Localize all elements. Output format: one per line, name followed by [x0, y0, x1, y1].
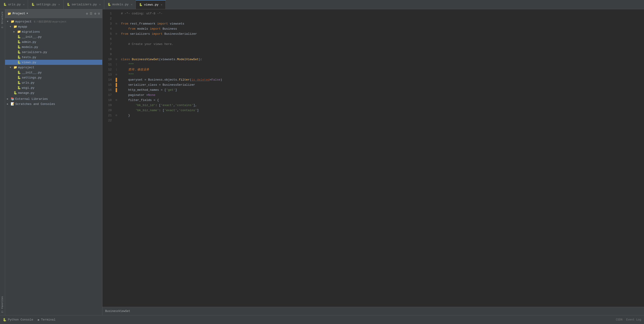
fold-line3[interactable]: ⊟	[114, 21, 119, 26]
tab-close-urls[interactable]: ✕	[23, 3, 25, 6]
bottom-right-area: CSDN Event Log	[616, 318, 641, 322]
tree-item-tests[interactable]: 🐍 tests.py	[5, 55, 102, 60]
tree-item-myproject-inner[interactable]: ▼ 📁 myproject	[5, 65, 102, 70]
tab-close-settings[interactable]: ✕	[58, 3, 60, 6]
tab-label-views: views.py	[144, 3, 158, 6]
tab-close-models[interactable]: ✕	[131, 3, 132, 6]
tab-icon-settings: 🐍	[31, 3, 35, 6]
side-strip-structure[interactable]: 2: Structure	[1, 9, 4, 30]
tree-item-init1[interactable]: 🐍 __init__.py	[5, 34, 102, 39]
tree-label-scratches: Scratches and Consoles	[15, 102, 55, 106]
python-console-btn[interactable]: 🐍 Python Console	[3, 318, 33, 322]
editor-content[interactable]: 12345 678910 1112131415 1617181920 2122 …	[102, 9, 644, 307]
tree-label-serializers: serializers.py	[22, 50, 47, 54]
tab-icon-serializers: 🐍	[67, 3, 70, 6]
tree-item-wsgi[interactable]: 🐍 wsgi.py	[5, 85, 102, 90]
tree-label-migrations: migrations	[22, 30, 40, 33]
file-icon-models: 🐍	[17, 45, 21, 49]
settings-icon[interactable]: ⚙	[86, 12, 88, 15]
project-title-label: Project	[12, 12, 25, 15]
tree-item-migrations[interactable]: ▶ 📁 migrations	[5, 29, 102, 34]
layout-icon[interactable]: ☰	[90, 12, 92, 15]
code-line-14: queryset = Business.objects. filter ( is…	[121, 77, 644, 82]
docstring-open: """	[128, 62, 134, 67]
code-line-16: http_method_names = [ 'get' ]	[121, 87, 644, 93]
arrow-scratches: ▶	[7, 103, 10, 105]
gear-icon[interactable]: ⚙	[94, 12, 96, 15]
arrow-myproject-inner: ▼	[10, 66, 12, 69]
tree-item-myapp[interactable]: ▼ 📁 myapp	[5, 24, 102, 29]
tree-label-myproject-inner: myproject	[18, 66, 34, 69]
project-folder-icon: 📁	[8, 12, 11, 15]
tab-close-views[interactable]: ✕	[161, 3, 162, 6]
code-line-1: # -*- coding: utf-8 -*-	[121, 11, 644, 16]
arrow-myproject-root: ▼	[7, 20, 10, 23]
fold-line21[interactable]: ⊟	[114, 113, 119, 118]
tree-item-views[interactable]: 🐍 views.py	[5, 60, 102, 65]
folder-icon-myapp: 📁	[14, 25, 17, 28]
tree-item-init2[interactable]: 🐍 __init__.py	[5, 70, 102, 75]
tab-label-models: models.py	[112, 3, 128, 6]
file-icon-views: 🐍	[17, 60, 21, 64]
gutter-area: ⊟ ⊟ ⊟ │ │ ⊟ ⊟ ⊟	[114, 9, 119, 307]
kw-import-4: import	[150, 26, 161, 31]
code-line-10: class BusinessViewSet ( viewsets. ModelV…	[121, 57, 644, 62]
folder-icon-scratches: 📝	[11, 102, 14, 106]
tree-item-serializers[interactable]: 🐍 serializers.py	[5, 49, 102, 55]
tree-item-settings[interactable]: 🐍 settings.py	[5, 75, 102, 80]
code-display[interactable]: # -*- coding: utf-8 -*- from rest_framew…	[119, 9, 644, 307]
tree-label-wsgi: wsgi.py	[22, 86, 34, 90]
folder-icon-myproject-inner: 📁	[14, 65, 17, 69]
fold-line5[interactable]: ⊟	[114, 31, 119, 36]
csdn-label: CSDN	[616, 318, 622, 322]
tree-item-admin[interactable]: 🐍 admin.py	[5, 39, 102, 44]
tab-bar: 🐍 urls.py ✕ 🐍 settings.py ✕ 🐍 serializer…	[0, 0, 644, 9]
code-text-1: # -*- coding: utf-8 -*-	[121, 11, 162, 16]
fold-line10[interactable]: ⊟	[114, 57, 119, 62]
marker-16	[114, 87, 119, 93]
project-panel: 📁 Project ▼ ⚙ ☰ ⚙ ⊟ ▼ 📁 myproject E:\项目源…	[5, 9, 102, 315]
tab-label-urls: urls.py	[8, 3, 21, 6]
gutter-11: │	[114, 62, 119, 67]
class-name: BusinessViewSet	[132, 57, 159, 62]
tab-icon-models: 🐍	[108, 3, 111, 6]
side-strip-favorites[interactable]: 2: Favorites	[1, 294, 4, 315]
event-log-label[interactable]: Event Log	[626, 318, 641, 322]
tree-item-models[interactable]: 🐍 models.py	[5, 44, 102, 49]
kw-class: class	[121, 57, 130, 62]
tree-item-scratches[interactable]: ▶ 📝 Scratches and Consoles	[5, 101, 102, 106]
marker-14	[114, 77, 119, 82]
dropdown-arrow[interactable]: ▼	[27, 12, 28, 15]
comment-7: # Create your views here.	[128, 42, 173, 47]
tab-label-settings: settings.py	[36, 3, 56, 6]
tab-settings[interactable]: 🐍 settings.py ✕	[28, 0, 63, 9]
code-line-15: serializer_class = BusinessSerializer	[121, 82, 644, 87]
tree-label-urls: urls.py	[22, 81, 34, 84]
file-icon-urls: 🐍	[17, 81, 21, 84]
tree-item-ext-libs[interactable]: ▶ 📚 External Libraries	[5, 96, 102, 101]
tab-models[interactable]: 🐍 models.py ✕	[104, 0, 136, 9]
code-line-20: 'bk_biz_name' : [ 'exact' , 'contains' ]	[121, 108, 644, 113]
file-icon-init2: 🐍	[17, 71, 21, 74]
file-icon-tests: 🐍	[17, 55, 21, 59]
folder-icon-migrations: 📁	[17, 30, 21, 33]
folder-icon-ext-libs: 📚	[11, 97, 14, 101]
tree-item-urls[interactable]: 🐍 urls.py	[5, 80, 102, 85]
code-line-22	[121, 118, 644, 123]
tab-icon-views: 🐍	[139, 3, 142, 6]
tree-item-myproject-root[interactable]: ▼ 📁 myproject E:\项目源码包\myproject	[5, 19, 102, 24]
code-line-7: # Create your views here.	[121, 42, 644, 47]
code-line-4: from models import Business	[121, 26, 644, 31]
gutter-12: │	[114, 67, 119, 72]
tab-close-serializers[interactable]: ✕	[99, 3, 101, 6]
fold-line18[interactable]: ⊟	[114, 98, 119, 103]
terminal-btn[interactable]: ▶ Terminal	[38, 318, 56, 322]
collapse-icon[interactable]: ⊟	[98, 12, 100, 15]
tree-item-manage[interactable]: 🐍 manage.py	[5, 90, 102, 95]
tab-views[interactable]: 🐍 views.py ✕	[136, 0, 166, 9]
terminal-label: Terminal	[41, 318, 56, 322]
fold-line13[interactable]: ⊟	[114, 72, 119, 77]
tab-urls[interactable]: 🐍 urls.py ✕	[0, 0, 28, 9]
tree-label-myproject-root: myproject	[15, 20, 32, 23]
tab-serializers[interactable]: 🐍 serializers.py ✕	[64, 0, 104, 9]
